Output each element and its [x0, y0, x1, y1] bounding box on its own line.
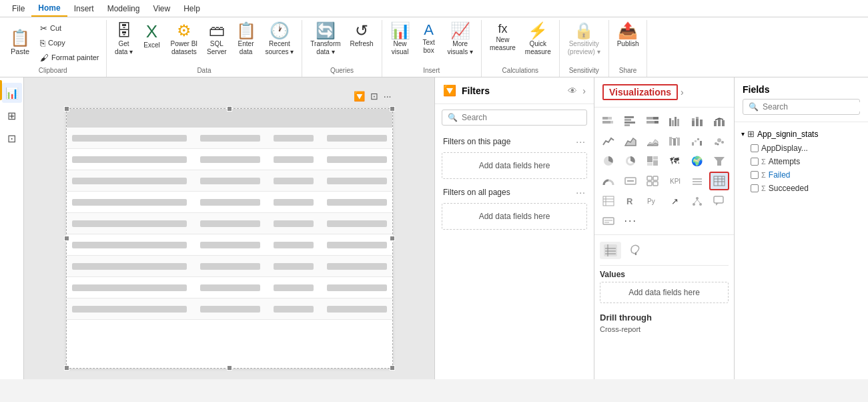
new-measure-button[interactable]: fx Newmeasure [486, 20, 520, 65]
fields-search-box[interactable]: 🔍 [743, 99, 860, 115]
filter-add-box-2[interactable]: Add data fields here [442, 203, 587, 230]
viz-donut[interactable] [620, 152, 640, 170]
viz-more-options[interactable]: ··· [620, 212, 640, 230]
viz-stacked-col[interactable] [687, 112, 707, 130]
viz-filled-map[interactable]: 🌍 [687, 152, 707, 170]
viz-card[interactable] [620, 172, 640, 190]
viz-scatter[interactable] [709, 132, 729, 150]
viz-kpi[interactable]: KPI [665, 172, 685, 190]
viz-smart-narrative[interactable] [598, 212, 618, 230]
get-data-button[interactable]: 🗄 Getdata ▾ [111, 20, 137, 65]
resize-tr[interactable] [390, 106, 395, 112]
viz-slicer[interactable] [687, 172, 707, 190]
field-checkbox-attempts[interactable] [751, 158, 759, 166]
viz-ribbon[interactable] [665, 132, 685, 150]
filter-section-dots-1[interactable]: ··· [576, 136, 586, 147]
more-options-icon[interactable]: ··· [382, 89, 393, 103]
menu-help[interactable]: Help [177, 1, 207, 16]
focus-icon[interactable]: ⊡ [369, 89, 380, 103]
refresh-button[interactable]: ↺ Refresh [346, 20, 378, 65]
viz-map[interactable]: 🗺 [665, 152, 685, 170]
filter-forward-icon[interactable]: › [582, 85, 586, 96]
viz-stacked-area[interactable] [642, 132, 663, 150]
powerbi-datasets-button[interactable]: ⚙ Power BIdatasets [167, 20, 202, 65]
fields-item-failed[interactable]: Σ Failed [737, 168, 865, 182]
publish-button[interactable]: 📤 Publish [613, 20, 643, 65]
filter-add-box-1[interactable]: Add data fields here [442, 152, 587, 179]
format-painter-button[interactable]: 🖌 Format painter [37, 51, 102, 64]
resize-ml[interactable] [64, 236, 69, 241]
resize-tm[interactable] [227, 106, 232, 112]
viz-fields-icon[interactable] [600, 242, 621, 259]
resize-br[interactable] [390, 365, 395, 371]
text-box-button[interactable]: A Textbox [416, 20, 442, 65]
viz-format-icon[interactable] [625, 240, 646, 260]
paste-button[interactable]: 📋 Paste [4, 20, 36, 65]
viz-pie[interactable] [598, 152, 618, 170]
viz-python[interactable]: Py [642, 192, 663, 210]
enter-data-button[interactable]: 📋 Enterdata [232, 20, 260, 65]
viz-r[interactable]: R [620, 192, 640, 210]
sensitivity-button[interactable]: 🔒 Sensitivity(preview) ▾ [564, 20, 604, 65]
new-visual-button[interactable]: 📊 Newvisual [386, 20, 414, 65]
viz-key-influencers[interactable]: ↗ [665, 192, 685, 210]
field-checkbox-appdisplay[interactable] [751, 144, 759, 152]
data-view-icon[interactable]: ⊞ [2, 106, 22, 126]
field-checkbox-failed[interactable] [751, 171, 759, 179]
resize-tl[interactable] [64, 106, 69, 112]
svg-rect-20 [700, 120, 703, 126]
viz-gauge[interactable] [598, 172, 618, 190]
viz-line[interactable] [598, 132, 618, 150]
copy-button[interactable]: ⎘ Copy [37, 36, 68, 49]
filter-visual-icon[interactable]: 🔽 [352, 89, 366, 103]
fields-item-succeeded[interactable]: Σ Succeeded [737, 182, 865, 195]
model-view-icon[interactable]: ⊡ [2, 128, 22, 148]
resize-bm[interactable] [227, 365, 232, 371]
menu-file[interactable]: File [5, 1, 31, 16]
viz-clustered-col[interactable] [665, 112, 685, 130]
filter-section-dots-2[interactable]: ··· [576, 187, 586, 198]
resize-mr[interactable] [390, 236, 395, 241]
report-view-icon[interactable]: 📊 [2, 83, 22, 103]
svg-rect-79 [604, 244, 617, 256]
more-visuals-button[interactable]: 📈 Morevisuals ▾ [444, 20, 477, 65]
fields-item-attempts[interactable]: Σ Attempts [737, 155, 865, 168]
filter-search-input[interactable] [462, 113, 581, 122]
viz-multi-card[interactable] [642, 172, 663, 190]
viz-table[interactable] [709, 172, 729, 190]
viz-values-box[interactable]: Add data fields here [600, 282, 729, 303]
menu-home[interactable]: Home [31, 1, 67, 17]
fields-search-input[interactable] [763, 102, 863, 112]
filter-header: 🔽 Filters 👁 › [435, 77, 594, 104]
fields-item-appdisplay[interactable]: AppDisplay... [737, 142, 865, 155]
excel-button[interactable]: X Excel [139, 20, 165, 65]
recent-sources-button[interactable]: 🕐 Recentsources ▾ [262, 20, 298, 65]
menu-view[interactable]: View [146, 1, 177, 16]
field-checkbox-succeeded[interactable] [751, 184, 759, 192]
filter-eye-icon[interactable]: 👁 [568, 85, 577, 96]
resize-bl[interactable] [64, 365, 69, 371]
viz-drill-label: Drill through [600, 309, 729, 324]
active-indicator [0, 80, 2, 100]
quick-measure-button[interactable]: ⚡ Quickmeasure [521, 20, 555, 65]
viz-stacked-bar-100[interactable] [642, 112, 663, 130]
viz-qa[interactable] [709, 192, 729, 210]
viz-area[interactable] [620, 132, 640, 150]
filter-search-box[interactable]: 🔍 [442, 110, 587, 126]
fields-table-header[interactable]: ▾ ⊞ App_signin_stats [737, 126, 865, 142]
viz-stacked-bar[interactable] [598, 112, 618, 130]
viz-waterfall[interactable] [687, 132, 707, 150]
viz-funnel[interactable] [709, 152, 729, 170]
viz-treemap[interactable] [642, 152, 663, 170]
sql-server-button[interactable]: 🗃 SQLServer [203, 20, 230, 65]
canvas-visual[interactable] [66, 108, 393, 369]
menu-modeling[interactable]: Modeling [101, 1, 147, 16]
cut-button[interactable]: ✂ Cut [37, 21, 64, 35]
viz-line-col[interactable] [709, 112, 729, 130]
menu-insert[interactable]: Insert [67, 1, 101, 16]
viz-matrix[interactable] [598, 192, 618, 210]
transform-data-button[interactable]: 🔄 Transformdata ▾ [306, 20, 344, 65]
viz-decomp-tree[interactable] [687, 192, 707, 210]
viz-expand-icon[interactable]: › [681, 87, 684, 97]
viz-clustered-bar[interactable] [620, 112, 640, 130]
